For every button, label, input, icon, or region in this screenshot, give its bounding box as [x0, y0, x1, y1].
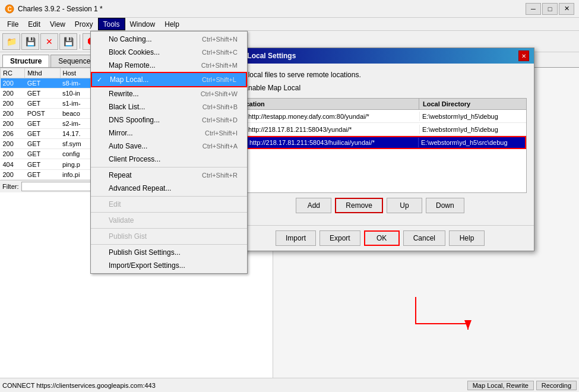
cell-rc: 206 — [1, 129, 25, 139]
dialog-table-body: http://testapp.money.dafy.com:80/yundai/… — [233, 110, 527, 193]
cell-method: GET — [25, 149, 60, 159]
cell-rc: 200 — [1, 78, 25, 88]
btn-ok[interactable]: OK — [364, 230, 400, 246]
menu-map-local[interactable]: Map Local... Ctrl+Shift+L — [91, 72, 247, 87]
separator-a — [91, 167, 247, 167]
status-recording[interactable]: Recording — [536, 381, 577, 390]
menu-publish-gist-settings[interactable]: Publish Gist Settings... — [91, 246, 247, 259]
dialog-action-buttons: Add Remove Up Down — [233, 198, 527, 213]
cell-method: GET — [25, 88, 60, 99]
btn-export[interactable]: Export — [319, 230, 360, 246]
row-location-2: http://218.17.81.211:58043/yundai/* — [246, 125, 419, 134]
btn-cancel[interactable]: Cancel — [403, 230, 445, 246]
row-local-2: E:\webstorm\yd_h5\debug — [419, 125, 526, 134]
btn-remove[interactable]: Remove — [335, 198, 383, 213]
cell-method: POST — [25, 109, 60, 119]
row-local-3: E:\webstorm\yd_h5\src\debug — [418, 138, 525, 147]
dialog-table-row[interactable]: http://218.17.81.211:58043/yundai/* E:\w… — [234, 123, 526, 136]
svg-text:C: C — [7, 6, 11, 12]
tools-dropdown-menu: No Caching... Ctrl+Shift+N Block Cookies… — [90, 31, 248, 274]
close-button[interactable]: ✕ — [559, 3, 574, 15]
menu-edit: Edit — [91, 198, 247, 211]
map-local-dialog: Map Local Settings ✕ Use local files to … — [226, 48, 534, 251]
menu-window[interactable]: Window — [125, 18, 160, 30]
separator-c — [91, 212, 247, 213]
enable-label: Enable Map Local — [243, 84, 300, 92]
window-controls: ─ □ ✕ — [526, 3, 574, 15]
separator-e — [91, 244, 247, 245]
menu-block-cookies[interactable]: Block Cookies... Ctrl+Shift+C — [91, 46, 247, 59]
dialog-footer-buttons: Import Export OK Cancel Help — [226, 225, 534, 251]
menu-auto-save[interactable]: Auto Save... Ctrl+Shift+A — [91, 140, 247, 153]
toolbar-btn-4[interactable]: 💾 — [59, 33, 77, 50]
dialog-close-button[interactable]: ✕ — [518, 50, 529, 61]
minimize-button[interactable]: ─ — [526, 3, 541, 15]
separator-b — [91, 196, 247, 197]
cell-method: GET — [25, 78, 60, 88]
menu-bar: File Edit View Proxy Tools Window Help — [0, 18, 579, 31]
btn-up[interactable]: Up — [387, 198, 422, 213]
dialog-table-row[interactable]: http://testapp.money.dafy.com:80/yundai/… — [234, 110, 526, 123]
cell-rc: 404 — [1, 159, 25, 170]
filter-label: Filter: — [2, 183, 19, 190]
btn-help[interactable]: Help — [449, 230, 485, 246]
menu-file[interactable]: File — [2, 18, 23, 30]
separator-1 — [80, 34, 80, 49]
cell-rc: 200 — [1, 88, 25, 99]
btn-add[interactable]: Add — [296, 198, 331, 213]
row-location-3: http://218.17.81.211:58043/huilicai/yund… — [247, 138, 418, 147]
separator-d — [91, 228, 247, 229]
menu-validate: Validate — [91, 214, 247, 227]
menu-dns-spoofing[interactable]: DNS Spoofing... Ctrl+Shift+D — [91, 113, 247, 127]
cell-method: GET — [25, 129, 60, 139]
cell-method: GET — [25, 99, 60, 109]
cell-method: GET — [25, 170, 60, 180]
col-header-method[interactable]: Mthd — [25, 68, 60, 78]
cell-rc: 200 — [1, 119, 25, 129]
status-bar: CONNECT https://clientservices.googleapi… — [0, 378, 579, 392]
dialog-table-header: Location Local Directory — [233, 98, 527, 110]
cell-method: GET — [25, 139, 60, 149]
status-map-local[interactable]: Map Local, Rewrite — [467, 381, 534, 390]
menu-no-caching[interactable]: No Caching... Ctrl+Shift+N — [91, 33, 247, 46]
menu-repeat[interactable]: Repeat Ctrl+Shift+R — [91, 169, 247, 182]
row-location-1: http://testapp.money.dafy.com:80/yundai/… — [246, 112, 419, 121]
app-icon: C — [5, 4, 14, 14]
cell-rc: 200 — [1, 139, 25, 149]
enable-checkbox-row: Enable Map Local — [233, 84, 527, 92]
menu-edit[interactable]: Edit — [23, 18, 45, 30]
dialog-titlebar: Map Local Settings ✕ — [226, 48, 534, 64]
title-bar: C Charles 3.9.2 - Session 1 * ─ □ ✕ — [0, 0, 579, 18]
menu-help[interactable]: Help — [160, 18, 184, 30]
menu-map-remote[interactable]: Map Remote... Ctrl+Shift+M — [91, 59, 247, 72]
toolbar-btn-2[interactable]: 💾 — [21, 33, 39, 50]
menu-black-list[interactable]: Black List... Ctrl+Shift+B — [91, 100, 247, 113]
status-connect-text: CONNECT https://clientservices.googleapi… — [2, 382, 465, 389]
cell-rc: 200 — [1, 109, 25, 119]
cell-rc: 200 — [1, 149, 25, 159]
cell-method: GET — [25, 159, 60, 170]
menu-mirror[interactable]: Mirror... Ctrl+Shift+I — [91, 127, 247, 140]
dialog-table-row-selected[interactable]: http://218.17.81.211:58043/huilicai/yund… — [234, 136, 526, 149]
menu-publish-gist: Publish Gist — [91, 230, 247, 243]
toolbar-btn-3[interactable]: ✕ — [40, 33, 58, 50]
tab-structure[interactable]: Structure — [2, 55, 49, 67]
menu-view[interactable]: View — [45, 18, 70, 30]
toolbar-btn-1[interactable]: 📁 — [2, 33, 20, 50]
dialog-content: Use local files to serve remote location… — [226, 64, 534, 225]
dialog-subtitle: Use local files to serve remote location… — [233, 71, 527, 79]
cell-rc: 200 — [1, 99, 25, 109]
menu-tools[interactable]: Tools — [98, 18, 125, 30]
btn-import[interactable]: Import — [276, 230, 316, 246]
menu-advanced-repeat[interactable]: Advanced Repeat... — [91, 182, 247, 195]
btn-down[interactable]: Down — [426, 198, 464, 213]
maximize-button[interactable]: □ — [542, 3, 558, 15]
menu-rewrite[interactable]: Rewrite... Ctrl+Shift+W — [91, 87, 247, 100]
col-header-rc[interactable]: RC — [1, 68, 25, 78]
col-local-header: Local Directory — [419, 99, 526, 109]
menu-proxy[interactable]: Proxy — [70, 18, 98, 30]
cell-rc: 200 — [1, 170, 25, 180]
menu-client-process[interactable]: Client Process... — [91, 153, 247, 166]
menu-import-export-settings[interactable]: Import/Export Settings... — [91, 259, 247, 272]
cell-method: GET — [25, 119, 60, 129]
